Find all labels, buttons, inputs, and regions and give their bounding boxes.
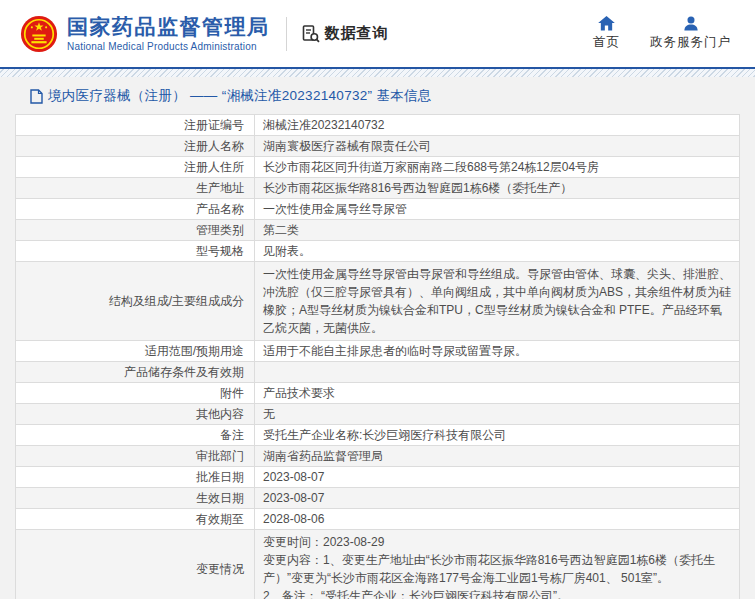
row-value: 2023-08-07 bbox=[254, 467, 739, 487]
row-value: 一次性使用金属导丝导尿管由导尿管和导丝组成。导尿管由管体、球囊、尖头、排泄腔、冲… bbox=[254, 262, 739, 340]
nav-item-label: 首页 bbox=[593, 34, 620, 51]
row-label: 型号规格 bbox=[16, 241, 254, 261]
row-label: 注册人住所 bbox=[16, 157, 254, 177]
row-value: 长沙市雨花区振华路816号西边智庭园1栋6楼（委托生产） bbox=[254, 178, 739, 198]
table-row-management-category: 管理类别 第二类 bbox=[16, 220, 739, 241]
nav-item-gov-portal[interactable]: 政务服务门户 bbox=[650, 16, 731, 51]
data-query-label: 数据查询 bbox=[325, 24, 389, 43]
row-value: 产品技术要求 bbox=[254, 383, 739, 403]
table-row-registrant-address: 注册人住所 长沙市雨花区同升街道万家丽南路二段688号第24栋12层04号房 bbox=[16, 157, 739, 178]
row-value: 第二类 bbox=[254, 220, 739, 240]
row-value: 湘械注准20232140732 bbox=[254, 115, 739, 135]
table-row-change-history: 变更情况 变更时间：2023-08-29 变更内容：1、变更生产地址由“长沙市雨… bbox=[16, 530, 739, 599]
nmpa-logo[interactable]: 国家药品监督管理局 National Medical Products Admi… bbox=[20, 15, 270, 53]
hatch-band bbox=[0, 69, 755, 77]
change-line: 2、备注： “受托生产企业：长沙巨翊医疗科技有限公司”。 bbox=[263, 587, 731, 599]
row-value: 长沙市雨花区同升街道万家丽南路二段688号第24栋12层04号房 bbox=[254, 157, 739, 177]
home-icon bbox=[598, 16, 615, 31]
row-label: 有效期至 bbox=[16, 509, 254, 529]
row-label: 注册人名称 bbox=[16, 136, 254, 156]
table-row-approval-department: 审批部门 湖南省药品监督管理局 bbox=[16, 446, 739, 467]
breadcrumb: 境内医疗器械（注册） —— “湘械注准20232140732” 基本信息 bbox=[15, 87, 740, 105]
table-row-product-name: 产品名称 一次性使用金属导丝导尿管 bbox=[16, 199, 739, 220]
row-value: 变更时间：2023-08-29 变更内容：1、变更生产地址由“长沙市雨花区振华路… bbox=[254, 530, 739, 599]
national-emblem-icon bbox=[20, 15, 58, 53]
row-value: 受托生产企业名称:长沙巨翊医疗科技有限公司 bbox=[254, 425, 739, 445]
row-label: 变更情况 bbox=[16, 530, 254, 599]
nav-item-label: 政务服务门户 bbox=[650, 34, 731, 51]
table-row-intended-use: 适用范围/预期用途 适用于不能自主排尿患者的临时导尿或留置导尿。 bbox=[16, 341, 739, 362]
table-row-model-spec: 型号规格 见附表。 bbox=[16, 241, 739, 262]
row-label: 适用范围/预期用途 bbox=[16, 341, 254, 361]
row-value: 适用于不能自主排尿患者的临时导尿或留置导尿。 bbox=[254, 341, 739, 361]
table-row-structure-composition: 结构及组成/主要组成成分 一次性使用金属导丝导尿管由导尿管和导丝组成。导尿管由管… bbox=[16, 262, 739, 341]
row-value: 无 bbox=[254, 404, 739, 424]
table-row-other-content: 其他内容 无 bbox=[16, 404, 739, 425]
row-value bbox=[254, 362, 739, 382]
row-label: 生效日期 bbox=[16, 488, 254, 508]
table-row-registrant-name: 注册人名称 湖南寰极医疗器械有限责任公司 bbox=[16, 136, 739, 157]
row-label: 附件 bbox=[16, 383, 254, 403]
main-content: 境内医疗器械（注册） —— “湘械注准20232140732” 基本信息 注册证… bbox=[0, 77, 755, 599]
page-title: 境内医疗器械（注册） —— “湘械注准20232140732” 基本信息 bbox=[48, 87, 432, 105]
table-row-registration-number: 注册证编号 湘械注准20232140732 bbox=[16, 115, 739, 136]
row-label: 审批部门 bbox=[16, 446, 254, 466]
table-row-production-address: 生产地址 长沙市雨花区振华路816号西边智庭园1栋6楼（委托生产） bbox=[16, 178, 739, 199]
table-row-remark: 备注 受托生产企业名称:长沙巨翊医疗科技有限公司 bbox=[16, 425, 739, 446]
row-value: 湖南寰极医疗器械有限责任公司 bbox=[254, 136, 739, 156]
table-row-attachment: 附件 产品技术要求 bbox=[16, 383, 739, 404]
row-label: 产品名称 bbox=[16, 199, 254, 219]
agency-name-zh: 国家药品监督管理局 bbox=[67, 15, 270, 39]
row-label: 注册证编号 bbox=[16, 115, 254, 135]
row-value: 2028-08-06 bbox=[254, 509, 739, 529]
row-label: 产品储存条件及有效期 bbox=[16, 362, 254, 382]
agency-name-en: National Medical Products Administration bbox=[67, 41, 270, 52]
row-label: 结构及组成/主要组成成分 bbox=[16, 262, 254, 340]
table-row-effective-date: 生效日期 2023-08-07 bbox=[16, 488, 739, 509]
document-search-icon bbox=[301, 24, 321, 44]
data-query-menu[interactable]: 数据查询 bbox=[301, 24, 389, 44]
user-icon bbox=[683, 16, 699, 31]
header-divider bbox=[286, 17, 287, 51]
change-line: 变更时间：2023-08-29 bbox=[263, 533, 731, 551]
change-line: 变更内容：1、变更生产地址由“长沙市雨花区振华路816号西边智庭园1栋6楼（委托… bbox=[263, 551, 731, 587]
row-value: 一次性使用金属导丝导尿管 bbox=[254, 199, 739, 219]
table-row-approval-date: 批准日期 2023-08-07 bbox=[16, 467, 739, 488]
table-row-storage-validity: 产品储存条件及有效期 bbox=[16, 362, 739, 383]
nav-item-home[interactable]: 首页 bbox=[593, 16, 620, 51]
page-icon bbox=[30, 89, 43, 104]
site-header: 国家药品监督管理局 National Medical Products Admi… bbox=[0, 0, 755, 67]
table-row-expiry-date: 有效期至 2028-08-06 bbox=[16, 509, 739, 530]
row-label: 其他内容 bbox=[16, 404, 254, 424]
row-label: 生产地址 bbox=[16, 178, 254, 198]
row-value: 2023-08-07 bbox=[254, 488, 739, 508]
registration-info-table: 注册证编号 湘械注准20232140732 注册人名称 湖南寰极医疗器械有限责任… bbox=[15, 114, 740, 599]
row-value: 湖南省药品监督管理局 bbox=[254, 446, 739, 466]
row-label: 备注 bbox=[16, 425, 254, 445]
top-nav: 首页 政务服务门户 bbox=[593, 16, 731, 51]
row-label: 批准日期 bbox=[16, 467, 254, 487]
row-value: 见附表。 bbox=[254, 241, 739, 261]
row-label: 管理类别 bbox=[16, 220, 254, 240]
